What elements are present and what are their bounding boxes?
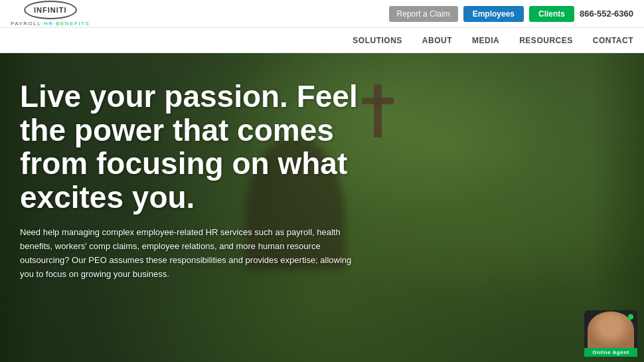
logo-oval: INFINITI xyxy=(24,1,77,19)
main-nav: SOLUTIONS ABOUT MEDIA RESOURCES CONTACT xyxy=(0,28,644,53)
site-header: INFINITI PAYROLL·HR·BENEFITS Report a Cl… xyxy=(0,0,644,28)
clients-button[interactable]: Clients xyxy=(529,6,574,22)
nav-item-about[interactable]: ABOUT xyxy=(422,36,452,45)
hero-headline: Live your passion. Feel the power that c… xyxy=(20,80,398,214)
agent-avatar xyxy=(588,312,634,348)
phone-number: 866-552-6360 xyxy=(580,9,633,19)
logo-text: INFINITI xyxy=(34,6,67,14)
nav-item-contact[interactable]: CONTACT xyxy=(593,36,633,45)
employees-button[interactable]: Employees xyxy=(463,6,524,22)
online-agent-widget[interactable]: Online Agent xyxy=(584,310,637,357)
nav-item-media[interactable]: MEDIA xyxy=(472,36,499,45)
nav-item-solutions[interactable]: SOLUTIONS xyxy=(353,36,402,45)
header-actions: Report a Claim Employees Clients 866-552… xyxy=(389,6,633,22)
online-indicator-dot xyxy=(628,314,633,319)
hero-content: Live your passion. Feel the power that c… xyxy=(20,66,398,349)
hero-section: Live your passion. Feel the power that c… xyxy=(0,53,644,362)
nav-item-resources[interactable]: RESOURCES xyxy=(519,36,573,45)
hero-body-text: Need help managing complex employee-rela… xyxy=(20,226,365,281)
online-agent-label: Online Agent xyxy=(584,348,637,357)
report-claim-button[interactable]: Report a Claim xyxy=(389,6,458,22)
logo[interactable]: INFINITI PAYROLL·HR·BENEFITS xyxy=(11,1,90,27)
logo-tagline: PAYROLL·HR·BENEFITS xyxy=(11,21,90,27)
